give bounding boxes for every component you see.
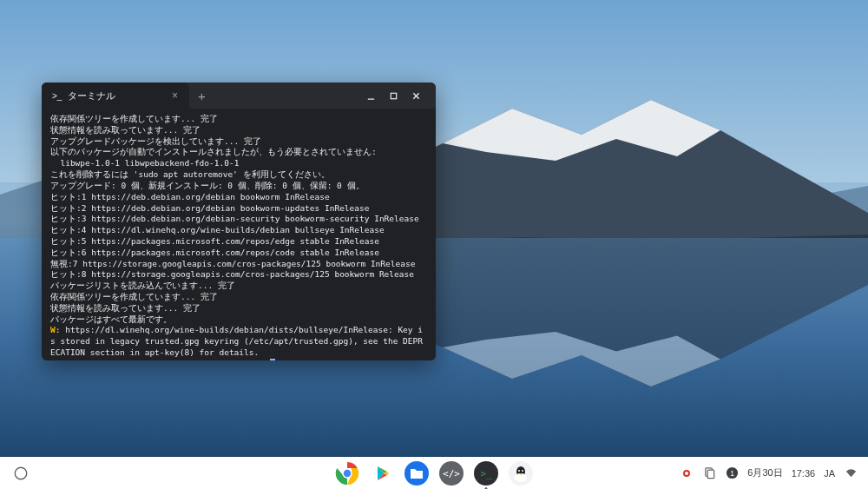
svg-text:</>: </>: [443, 468, 460, 479]
tray-time[interactable]: 17:36: [792, 468, 816, 479]
svg-text:1: 1: [730, 469, 734, 478]
chrome-icon[interactable]: [335, 461, 359, 486]
svg-point-16: [522, 470, 523, 472]
terminal-line: ヒット:5 https://packages.microsoft.com/rep…: [50, 236, 427, 248]
terminal-app-icon[interactable]: >_: [474, 461, 498, 486]
notification-badge[interactable]: 1: [725, 466, 739, 480]
screen-record-icon[interactable]: [680, 466, 694, 480]
terminal-line: 状態情報を読み取っています... 完了: [50, 303, 427, 314]
code-icon[interactable]: </>: [439, 461, 464, 486]
terminal-line: ヒット:2 https://deb.debian.org/debian book…: [50, 203, 427, 215]
close-button[interactable]: [406, 86, 425, 105]
terminal-line: ヒット:8 https://storage.googleapis.com/cro…: [50, 269, 427, 281]
terminal-prompt-line: nabesang@penguin:~$ sudo apt install sho…: [50, 359, 427, 360]
close-tab-icon[interactable]: ×: [169, 89, 181, 102]
terminal-line: ヒット:3 https://deb.debian.org/debian-secu…: [50, 214, 427, 225]
wifi-icon[interactable]: [844, 466, 858, 480]
terminal-line: ヒット:1 https://deb.debian.org/debian book…: [50, 192, 427, 203]
terminal-line: アップグレード: 0 個、新規インストール: 0 個、削除: 0 個、保留: 0…: [50, 181, 427, 192]
tray-date[interactable]: 6月30日: [747, 466, 782, 479]
terminal-warning-line: W: https://dl.winehq.org/wine-builds/deb…: [50, 325, 427, 358]
terminal-line: 以下のパッケージが自動でインストールされましたが、もう必要とされていません:: [50, 147, 427, 158]
terminal-line: 依存関係ツリーを作成しています... 完了: [50, 114, 427, 125]
launcher-button[interactable]: [10, 463, 31, 484]
terminal-line: パッケージリストを読み込んでいます... 完了: [50, 281, 427, 292]
svg-point-7: [344, 470, 351, 477]
svg-text:>_: >_: [480, 468, 492, 479]
clipboard-icon[interactable]: [702, 466, 716, 480]
terminal-tab[interactable]: >_ ターミナル ×: [42, 83, 189, 109]
tray-ime[interactable]: JA: [824, 468, 835, 479]
terminal-line: 依存関係ツリーを作成しています... 完了: [50, 292, 427, 303]
svg-rect-18: [707, 470, 714, 478]
terminal-command: sudo apt install shotcut: [149, 359, 268, 360]
linux-icon[interactable]: [509, 461, 533, 486]
terminal-line: ヒット:6 https://packages.microsoft.com/rep…: [50, 248, 427, 259]
terminal-tab-icon: >_: [52, 91, 61, 100]
system-tray[interactable]: 1 6月30日 17:36 JA: [680, 466, 858, 480]
svg-point-15: [518, 470, 520, 472]
window-titlebar[interactable]: >_ ターミナル × +: [42, 83, 436, 109]
terminal-line: ヒット:4 https://dl.winehq.org/wine-builds/…: [50, 225, 427, 236]
terminal-output[interactable]: 依存関係ツリーを作成しています... 完了状態情報を読み取っています... 完了…: [42, 109, 436, 360]
new-tab-button[interactable]: +: [189, 89, 214, 103]
shelf: </> >_ 1 6月30日 17:36 JA: [0, 457, 868, 489]
shelf-apps: </> >_: [335, 461, 533, 486]
terminal-line: パッケージはすべて最新です。: [50, 314, 427, 326]
terminal-line: libwpe-1.0-1 libwpebackend-fdo-1.0-1: [50, 158, 427, 169]
terminal-line: これを削除するには 'sudo apt autoremove' を利用してくださ…: [50, 169, 427, 181]
terminal-window[interactable]: >_ ターミナル × + 依存関係ツリーを作成しています... 完了状態情報を読…: [42, 83, 436, 360]
play-store-icon[interactable]: [370, 461, 394, 486]
svg-point-4: [15, 467, 27, 479]
terminal-line: 状態情報を読み取っています... 完了: [50, 125, 427, 136]
maximize-button[interactable]: [384, 86, 403, 105]
files-icon[interactable]: [404, 461, 429, 486]
svg-rect-1: [391, 93, 396, 98]
terminal-line: アップグレードパッケージを検出しています... 完了: [50, 136, 427, 148]
tab-title: ターミナル: [68, 89, 162, 102]
cursor: [270, 359, 275, 360]
minimize-button[interactable]: [361, 86, 380, 105]
terminal-line: 無視:7 https://storage.googleapis.com/cros…: [50, 259, 427, 270]
